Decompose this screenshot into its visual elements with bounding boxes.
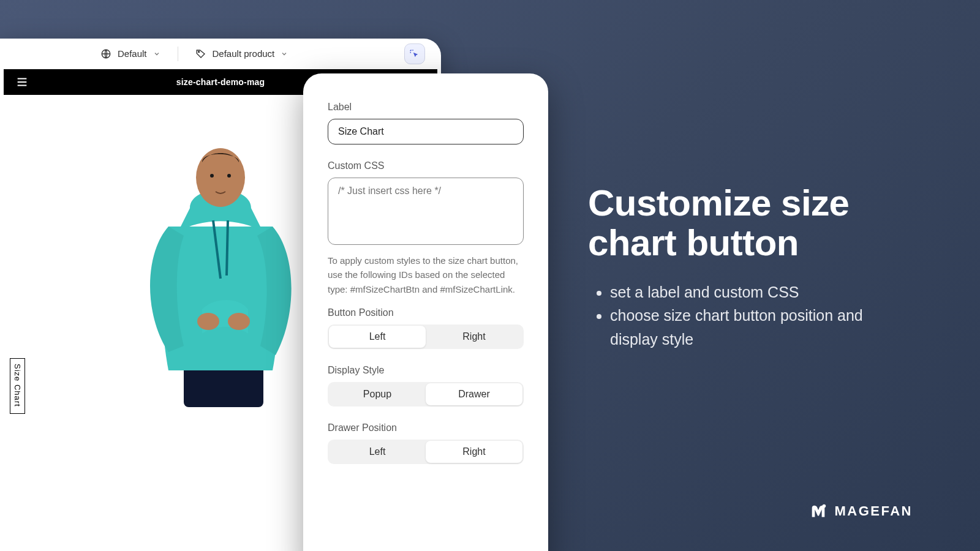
chevron-down-icon xyxy=(153,50,160,58)
marketing-bullets: set a label and custom CSS choose size c… xyxy=(588,280,907,351)
label-field-label: Label xyxy=(328,102,524,113)
custom-css-helper: To apply custom styles to the size chart… xyxy=(328,253,524,296)
size-chart-side-tab[interactable]: Size Chart xyxy=(10,358,25,414)
svg-point-6 xyxy=(197,313,219,330)
product-label: Default product xyxy=(213,48,275,59)
svg-rect-2 xyxy=(184,364,263,407)
svg-point-4 xyxy=(210,174,214,178)
button-position-segmented: Left Right xyxy=(328,324,524,349)
drawer-position-segmented: Left Right xyxy=(328,440,524,464)
button-position-left[interactable]: Left xyxy=(329,326,426,348)
settings-panel: Label Custom CSS To apply custom styles … xyxy=(303,73,548,551)
globe-icon xyxy=(100,48,111,59)
svg-point-5 xyxy=(227,174,231,178)
display-style-popup[interactable]: Popup xyxy=(329,383,426,405)
display-style-label: Display Style xyxy=(328,365,524,376)
chevron-down-icon xyxy=(281,50,288,58)
brand-name: MAGEFAN xyxy=(835,503,913,519)
label-input[interactable] xyxy=(328,119,524,144)
tag-icon xyxy=(195,48,206,59)
button-position-right[interactable]: Right xyxy=(426,326,522,348)
marketing-copy: Customize size chart button set a label … xyxy=(588,184,907,351)
svg-point-7 xyxy=(228,313,250,330)
custom-css-label: Custom CSS xyxy=(328,160,524,171)
brand-logo-icon xyxy=(809,502,827,520)
custom-css-input[interactable] xyxy=(328,178,524,245)
cursor-select-icon xyxy=(409,48,420,59)
display-style-segmented: Popup Drawer xyxy=(328,382,524,407)
marketing-bullet: set a label and custom CSS xyxy=(610,280,907,304)
drawer-position-label: Drawer Position xyxy=(328,422,524,433)
display-style-drawer[interactable]: Drawer xyxy=(426,383,522,405)
button-position-label: Button Position xyxy=(328,307,524,318)
svg-point-1 xyxy=(198,51,199,52)
brand: MAGEFAN xyxy=(809,502,913,520)
drawer-position-right[interactable]: Right xyxy=(426,441,522,463)
marketing-bullet: choose size chart button position and di… xyxy=(610,304,907,351)
product-selector[interactable]: Default product xyxy=(189,45,295,63)
editor-topbar: Default Default product xyxy=(0,39,441,69)
svg-point-8 xyxy=(822,504,826,508)
divider xyxy=(178,47,178,61)
inspect-button[interactable] xyxy=(404,43,425,64)
scope-label: Default xyxy=(118,48,147,59)
marketing-headline: Customize size chart button xyxy=(588,184,907,263)
drawer-position-left[interactable]: Left xyxy=(329,441,426,463)
svg-point-3 xyxy=(196,148,245,207)
scope-selector[interactable]: Default xyxy=(94,45,167,63)
product-image xyxy=(110,119,331,407)
